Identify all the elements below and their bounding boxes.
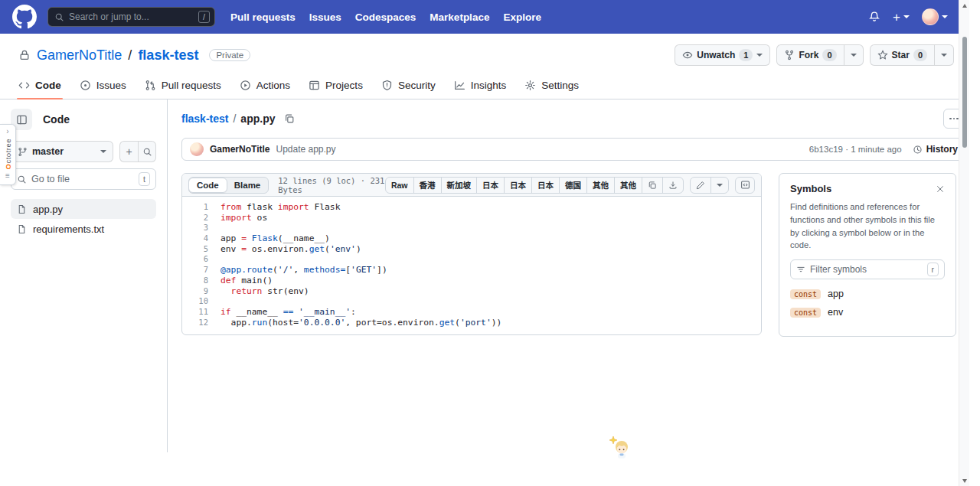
raw-button[interactable]: Raw [386,178,413,193]
code-line[interactable]: 3 [182,223,761,233]
proxy-download-button-8[interactable]: 其他 [614,178,642,193]
code-content[interactable]: 1from flask import Flask2import os34app … [182,197,761,334]
page-scrollbar[interactable] [959,0,969,486]
topnav-codespaces[interactable]: Codespaces [355,11,416,23]
proxy-download-button-6[interactable]: 德国 [559,178,586,193]
code-line[interactable]: 2import os [182,213,761,223]
copy-raw-button[interactable] [642,178,662,193]
line-number[interactable]: 12 [182,318,220,328]
symbols-filter-box[interactable]: r [790,259,945,279]
repo-tab-issues[interactable]: Issues [74,75,132,99]
proxy-download-button-7[interactable]: 其他 [586,178,614,193]
file-actions: + [119,141,156,162]
github-logo-icon[interactable] [12,5,37,29]
code-line[interactable]: 8def main() [182,276,761,286]
file-tree-item-requirements-txt[interactable]: requirements.txt [11,219,156,239]
repo-name-link[interactable]: flask-test [138,47,198,64]
topnav-marketplace[interactable]: Marketplace [430,11,489,23]
commit-sha-time[interactable]: 6b13c19 · 1 minute ago [809,145,902,154]
repo-tab-insights[interactable]: Insights [448,75,513,99]
user-menu-button[interactable] [922,8,948,25]
proxy-download-button-4[interactable]: 日本 [504,178,531,193]
repo-tab-settings[interactable]: Settings [518,75,585,99]
fork-dropdown-button[interactable] [844,45,863,65]
code-line[interactable]: 6 [182,254,761,265]
code-line[interactable]: 5env = os.environ.get('env') [182,244,761,255]
line-number[interactable]: 4 [182,233,220,244]
commit-message-link[interactable]: Update app.py [276,144,335,155]
repo-tab-security[interactable]: Security [375,75,442,99]
line-number[interactable]: 8 [182,276,220,286]
line-content: return str(env) [220,286,309,297]
create-new-button[interactable]: + [893,11,910,24]
file-tree-item-app-py[interactable]: app.py [11,199,156,219]
code-symbol-icon [740,180,750,190]
unwatch-button[interactable]: Unwatch 1 [675,45,769,65]
repo-tab-projects[interactable]: Projects [302,75,369,99]
repo-tab-actions[interactable]: Actions [234,75,296,99]
line-number[interactable]: 5 [182,244,220,255]
line-number[interactable]: 3 [182,223,220,233]
branch-selector[interactable]: master [11,141,113,162]
download-button[interactable] [662,178,683,193]
symbols-panel-toggle[interactable] [735,177,755,194]
topnav-explore[interactable]: Explore [503,11,541,23]
fork-count: 0 [822,49,836,61]
line-number[interactable]: 1 [182,202,220,213]
line-number[interactable]: 7 [182,265,220,276]
star-count: 0 [913,49,927,61]
code-line[interactable]: 7@app.route('/', methods=['GET']) [182,265,761,276]
close-icon[interactable] [936,184,945,194]
symbol-item-app[interactable]: constapp [790,289,945,299]
repo-owner-link[interactable]: GamerNoTitle [37,47,122,64]
filter-icon [796,265,805,274]
edit-file-button[interactable] [691,178,710,193]
octotree-handle[interactable]: › Octotree ≡ [0,124,16,185]
line-number[interactable]: 9 [182,286,220,297]
topnav-pull-requests[interactable]: Pull requests [230,11,296,23]
edit-dropdown-button[interactable] [710,178,728,193]
scroll-up-arrow[interactable] [959,0,970,11]
code-line[interactable]: 11if __name__ == '__main__': [182,307,761,318]
proxy-download-button-3[interactable]: 日本 [476,178,504,193]
scrollbar-thumb[interactable] [962,37,967,148]
repo-tab-pull-requests[interactable]: Pull requests [139,75,227,99]
add-file-button[interactable]: + [120,142,138,161]
scroll-down-arrow[interactable] [959,475,970,486]
code-line[interactable]: 10 [182,296,761,307]
code-line[interactable]: 12 app.run(host='0.0.0.0', port=os.envir… [182,318,761,328]
proxy-download-button-5[interactable]: 日本 [531,178,559,193]
line-number[interactable]: 11 [182,307,220,318]
line-number[interactable]: 10 [182,296,220,307]
code-view-tab[interactable]: Code [188,178,227,193]
tab-label: Actions [256,80,290,91]
go-to-file-box[interactable]: t [11,168,156,190]
fork-button[interactable]: Fork 0 [777,45,843,65]
code-line[interactable]: 1from flask import Flask [182,202,761,213]
bell-icon[interactable] [868,11,880,23]
topnav-issues[interactable]: Issues [309,11,341,23]
breadcrumb-repo-link[interactable]: flask-test [181,113,228,125]
star-button[interactable]: Star 0 [871,45,934,65]
copy-path-icon[interactable] [284,113,295,124]
star-dropdown-button[interactable] [934,45,953,65]
blame-view-tab[interactable]: Blame [227,178,269,193]
line-number[interactable]: 6 [182,254,220,265]
symbol-item-env[interactable]: constenv [790,307,945,318]
code-line[interactable]: 4app = Flask(__name__) [182,233,761,244]
line-number[interactable]: 2 [182,213,220,223]
proxy-download-button-1[interactable]: 香港 [413,178,441,193]
go-to-file-input[interactable] [31,174,134,184]
chibi-mascot[interactable] [609,435,632,460]
history-button[interactable]: History [913,144,958,155]
search-files-button[interactable] [138,142,155,161]
code-line[interactable]: 9 return str(env) [182,286,761,297]
global-search-input[interactable] [64,11,198,22]
proxy-download-button-2[interactable]: 新加坡 [441,178,477,193]
commit-author-avatar[interactable] [190,142,204,156]
commit-author[interactable]: GamerNoTitle [210,144,270,155]
repo-tab-code[interactable]: Code [12,75,67,99]
symbols-filter-input[interactable] [810,264,923,275]
global-search[interactable]: / [47,7,215,27]
fork-button-group: Fork 0 [776,44,863,66]
